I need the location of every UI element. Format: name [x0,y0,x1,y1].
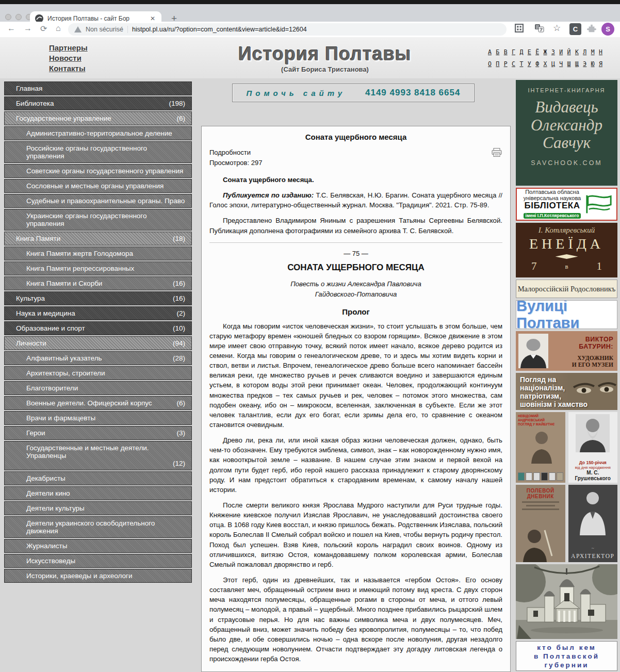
header-links: Партнеры Новости Контакты [49,43,88,74]
banner-baturyn[interactable]: ВИКТОР БАТУРИН: ХУДОЖНИК И ЕГО МУЗЕИ [516,331,617,371]
alphabet-letter[interactable]: Щ [575,60,579,68]
reload-button[interactable]: ⟳ [40,24,47,34]
alphabet-letter[interactable]: Ж [544,48,547,56]
sidebar-item[interactable]: Благотворители [4,381,192,395]
alphabet-letter[interactable]: И [559,48,563,56]
alphabet-letter[interactable]: Б [496,48,499,56]
print-button[interactable] [492,148,502,159]
sidebar-item[interactable]: Книга Памяти репрессированных [4,261,192,275]
sidebar-item[interactable]: Сословные и местные органы управления [4,179,192,193]
banner-architect[interactable]: ~ АРХІТЕКТОР [568,485,618,562]
window-controls[interactable] [5,14,32,20]
sidebar-item[interactable]: Деятели украинского освободительного дви… [4,516,192,538]
alphabet-letter[interactable]: Н [599,48,602,56]
sidebar-item[interactable]: Российские органы государственного управ… [4,141,192,163]
sidebar-item[interactable]: Украинские органы государственного управ… [4,209,192,231]
sidebar-item[interactable]: Библиотека(198) [4,96,192,110]
sidebar-item[interactable]: Государственное управление(6) [4,111,192,125]
alphabet-letter[interactable]: Р [504,60,508,68]
alphabet-letter[interactable]: А [488,48,492,56]
alphabet-letter[interactable]: Т [519,60,523,68]
sidebar-item[interactable]: Культура(16) [4,291,192,305]
banner-andriyevsky[interactable]: НЕВІДОМИЙ АНДРІЄВСЬКИЙПОГЛЯД У МАЙБУТНЄ [516,412,565,483]
sidebar-item[interactable]: Государственные и местные деятели. Управ… [4,441,192,470]
banner-hrushevsky[interactable]: До 150-річчя від дня народження М. С. Гр… [568,412,618,483]
partners-link[interactable]: Партнеры [49,43,88,52]
sidebar-item-label: Историки, краеведы и археологи [26,572,185,580]
alphabet-letter[interactable]: Д [519,48,523,56]
sidebar-item[interactable]: Наука и медицина(2) [4,306,192,320]
alphabet-index: АБВГДЕЁЖЗИЙКЛМН ОПРСТУФХЦЧШЩЭЮЯ [488,48,602,72]
alphabet-letter[interactable]: Х [544,60,547,68]
banner-kto-byl-kem[interactable]: кто был кем в Полтавской губернии [516,641,617,671]
sidebar-item[interactable]: Книга Памяти и Скорби(16) [4,276,192,290]
sidebar-item[interactable]: Книга Памяти жертв Голодомора [4,247,192,260]
banner-field-diary[interactable]: ПОЛЕВОЙ ДНЕВНИК [516,485,565,562]
alphabet-letter[interactable]: М [591,48,595,56]
alphabet-letter[interactable]: Ц [551,60,555,68]
alphabet-letter[interactable]: О [488,60,492,68]
sidebar-item[interactable]: Алфавитный указатель(28) [4,351,192,365]
banner-eneida[interactable]: І. Котляревський ЕНЕЇДА 7в1 [516,223,617,277]
home-button[interactable]: ⌂ [56,24,61,33]
sidebar-item[interactable]: Судебные и правоохранительные органы. Пр… [4,194,192,208]
sidebar-item[interactable]: Советские органы государственного управл… [4,164,192,178]
banner-library[interactable]: Полтавська обласна універсальна наукова … [516,188,617,221]
alphabet-letter[interactable]: Й [567,48,571,56]
alphabet-letter[interactable]: Ё [535,48,539,56]
sidebar-item[interactable]: Книга Памяти(18) [4,232,192,245]
tab-close-icon[interactable]: ✕ [149,15,156,22]
sidebar-item[interactable]: Искусствоведы [4,554,192,568]
alphabet-letter[interactable]: Э [583,60,586,68]
banner-vulytsi-poltavy[interactable]: Вулиці Полтави [516,300,617,329]
extension-badge[interactable]: C [569,23,581,35]
bookmark-star-icon[interactable]: ☆ [553,23,561,34]
profile-avatar[interactable]: S [601,23,614,36]
alphabet-letter[interactable]: Ш [567,60,571,68]
back-button[interactable]: ← [7,24,15,33]
forward-button[interactable]: → [24,24,32,33]
sidebar-item[interactable]: Декабристы [4,471,192,485]
alphabet-letter[interactable]: Г [512,48,515,56]
alphabet-letter[interactable]: Ч [559,60,563,68]
contacts-link[interactable]: Контакты [49,64,88,73]
sidebar-item[interactable]: Личности(94) [4,336,192,350]
banner-savchook[interactable]: ІНТЕРНЕТ-КНИГАРНЯ ВидавецьОлександрСавчу… [516,80,617,186]
banner-rodoslovnik[interactable]: Малороссійскій Родословникъ [516,280,617,298]
minimize-window-icon[interactable] [15,14,22,20]
apps-grid-icon[interactable] [515,24,524,32]
alphabet-letter[interactable]: В [504,48,508,56]
alphabet-letter[interactable]: Ф [535,60,539,68]
translate-icon[interactable] [534,24,544,32]
sidebar-item[interactable]: Главная [4,81,192,95]
alphabet-letter[interactable]: Е [528,48,531,56]
sidebar-item[interactable]: Журналисты [4,539,192,553]
sidebar-item[interactable]: Образование и спорт(10) [4,321,192,335]
sidebar-item[interactable]: Историки, краеведы и археологи [4,569,192,583]
hrushevsky-portrait [576,414,610,452]
alphabet-letter[interactable]: Л [583,48,586,56]
alphabet-letter[interactable]: Я [599,60,602,68]
banner-pohliad[interactable]: Погляд на націоналізм, патріотизм, шовін… [516,373,617,410]
address-bar[interactable]: Non sécurisé histpol.pl.ua/ru/?option=co… [68,23,507,36]
news-link[interactable]: Новости [49,54,88,62]
sidebar-item[interactable]: Военные деятели. Офицерский корпус(6) [4,396,192,410]
close-window-icon[interactable] [5,14,11,20]
alphabet-letter[interactable]: Ю [591,60,595,68]
extensions-puzzle-icon[interactable] [587,24,596,33]
sidebar-item[interactable]: Деятели кино [4,486,192,500]
alphabet-letter[interactable]: К [575,48,579,56]
alphabet-letter[interactable]: З [551,48,555,56]
donate-banner[interactable]: Помочь сайту 4149 4993 8418 6654 [232,84,475,102]
sidebar-item[interactable]: Герои(3) [4,426,192,440]
banner-church-photo[interactable] [516,564,617,639]
andriyevsky-caption: НЕВІДОМИЙ АНДРІЄВСЬКИЙ [518,414,545,422]
sidebar-item[interactable]: Деятели культуры [4,501,192,515]
sidebar-item[interactable]: Врачи и фармацевты [4,411,192,425]
alphabet-letter[interactable]: П [496,60,499,68]
sidebar-item-label: Военные деятели. Офицерский корпус [26,399,173,407]
alphabet-letter[interactable]: С [512,60,515,68]
sidebar-item[interactable]: Административно-территориальное деление [4,126,192,140]
alphabet-letter[interactable]: У [528,60,531,68]
sidebar-item[interactable]: Архитекторы, строители [4,366,192,380]
